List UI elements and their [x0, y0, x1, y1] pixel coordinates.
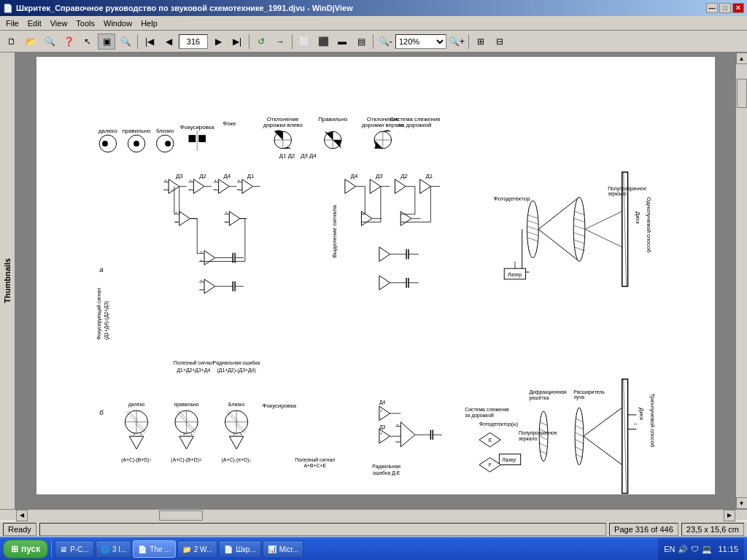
toolbar-options2[interactable]: ⊟: [491, 34, 508, 50]
toolbar-open[interactable]: 📂: [22, 34, 39, 50]
svg-text:+: +: [183, 432, 186, 436]
svg-text:+: +: [200, 249, 203, 254]
status-page-info: Page 316 of 446: [609, 523, 678, 536]
maximize-button[interactable]: □: [719, 3, 731, 13]
tray-shield-icon[interactable]: 🛡: [691, 545, 699, 553]
toolbar-fit-height[interactable]: ▬: [333, 34, 351, 50]
horizontal-scrollbar[interactable]: ◀ ▶: [16, 510, 735, 521]
scroll-right-button[interactable]: ▶: [724, 510, 735, 521]
vertical-scrollbar[interactable]: ▲ ▼: [735, 52, 747, 509]
toolbar-next[interactable]: ▶: [209, 34, 227, 50]
menu-window[interactable]: Window: [99, 18, 136, 29]
toolbar-last[interactable]: ▶|: [228, 34, 246, 50]
task-windows[interactable]: 📁 2 W...: [177, 540, 218, 558]
scroll-track[interactable]: [736, 64, 748, 497]
task-pc[interactable]: 🖥 P-C...: [55, 540, 94, 558]
page-input[interactable]: 316: [179, 34, 208, 49]
horizontal-scrollbar-container: ◀ ▶: [0, 509, 747, 521]
task-internet[interactable]: 🌐 3 I...: [96, 540, 131, 558]
titlebar-controls: — □ ✕: [706, 3, 744, 13]
thumbnail-panel[interactable]: Thumbnails: [0, 52, 16, 509]
svg-text:Фокусировка: Фокусировка: [180, 124, 214, 131]
menu-file[interactable]: File: [1, 18, 23, 29]
svg-marker-36: [169, 179, 179, 194]
separator-2: [249, 34, 249, 49]
scroll-down-button[interactable]: ▼: [736, 497, 748, 509]
svg-text:Диск: Диск: [638, 408, 645, 421]
hscroll-track[interactable]: [28, 510, 724, 521]
svg-text:Д2: Д2: [199, 173, 206, 179]
svg-point-7: [133, 141, 139, 147]
task-label-windows: 2 W...: [194, 545, 213, 553]
hscroll-thumb[interactable]: [159, 510, 203, 521]
menu-view[interactable]: View: [46, 18, 72, 29]
task-icon-shkr: 📄: [224, 545, 233, 553]
toolbar-prev[interactable]: ◀: [160, 34, 177, 50]
toolbar-zoom-in[interactable]: 🔍+: [448, 34, 465, 50]
svg-text:Лазер: Лазер: [508, 272, 522, 278]
svg-marker-50: [219, 179, 230, 194]
toolbar-help[interactable]: ❓: [60, 34, 77, 50]
svg-text:-: -: [164, 187, 166, 192]
close-button[interactable]: ✕: [732, 3, 744, 13]
svg-text:Д2: Д2: [400, 173, 408, 179]
menubar: File Edit View Tools Window Help: [0, 16, 747, 31]
minimize-button[interactable]: —: [706, 3, 718, 13]
svg-marker-63: [179, 211, 190, 226]
svg-text:Трехлучевой способ: Трехлучевой способ: [649, 394, 656, 448]
toolbar-first[interactable]: |◀: [141, 34, 158, 50]
svg-text:Д1 Д2: Д1 Д2: [279, 152, 295, 159]
tray-clock: 11:15: [718, 545, 738, 553]
scroll-up-button[interactable]: ▲: [736, 52, 748, 64]
toolbar-find[interactable]: 🔍: [41, 34, 58, 50]
toolbar-new[interactable]: 🗋: [3, 34, 20, 50]
svg-text:Фокусирующий сигнал: Фокусирующий сигнал: [96, 288, 102, 340]
menu-edit[interactable]: Edit: [23, 18, 46, 29]
svg-text:далеко: далеко: [128, 402, 145, 408]
svg-text:+: +: [238, 178, 241, 182]
toolbar-magnify[interactable]: 🔍: [117, 34, 134, 50]
svg-text:А+В+С+Е: А+В+С+Е: [303, 463, 326, 468]
document-area[interactable]: оптических системах [17.8] Рис. 17.3.3. …: [16, 52, 735, 509]
svg-text:Система слежения: Система слежения: [465, 407, 509, 412]
task-shkr[interactable]: 📄 Шкр...: [219, 540, 260, 558]
svg-text:правильно: правильно: [123, 128, 151, 134]
tray-volume-icon[interactable]: 🔊: [678, 545, 688, 554]
svg-text:+: +: [200, 278, 203, 282]
toolbar-refresh[interactable]: ↺: [252, 34, 270, 50]
toolbar-fit-width[interactable]: ⬛: [314, 34, 332, 50]
toolbar-forward[interactable]: →: [271, 34, 289, 50]
app-icon: 📄: [3, 4, 13, 13]
task-windjview[interactable]: 📄 The ...: [133, 540, 175, 558]
thumbnail-label: Thumbnails: [3, 258, 12, 303]
toolbar-fit-page[interactable]: ⬜: [295, 34, 313, 50]
svg-text:(Д1+Д2)-(Д3+Д4): (Д1+Д2)-(Д3+Д4): [217, 368, 256, 373]
toolbar-zoom-out[interactable]: 🔍-: [376, 34, 394, 50]
svg-text:а: а: [99, 265, 104, 273]
start-button[interactable]: ⊞ пуск: [3, 540, 48, 559]
svg-marker-253: [379, 247, 390, 262]
tray-network-icon[interactable]: 💻: [702, 545, 712, 554]
menu-help[interactable]: Help: [136, 18, 162, 29]
toolbar-cursor[interactable]: ↖: [79, 34, 96, 50]
svg-text:Д1+Д2+Д3+Д4: Д1+Д2+Д3+Д4: [177, 368, 210, 373]
task-micr[interactable]: 📊 Micr...: [263, 540, 304, 558]
scroll-left-button[interactable]: ◀: [16, 510, 28, 521]
svg-text:+: +: [140, 432, 143, 436]
svg-text:Фотодетектор(ы): Фотодетектор(ы): [479, 421, 518, 427]
svg-text:+: +: [225, 210, 228, 214]
svg-text:+: +: [189, 178, 192, 182]
toolbar-select[interactable]: ▣: [98, 34, 115, 50]
svg-text:-: -: [200, 287, 201, 292]
svg-text:Д4: Д4: [379, 400, 386, 405]
svg-text:+: +: [175, 219, 178, 224]
zoom-select[interactable]: 50%75%100% 120%150%200%: [395, 34, 446, 49]
svg-text:Д3 Д4: Д3 Д4: [301, 152, 317, 159]
svg-text:Система слежения: Система слежения: [390, 116, 440, 122]
scroll-thumb[interactable]: [737, 79, 747, 108]
toolbar-view-mode[interactable]: ▤: [352, 34, 370, 50]
toolbar-options1[interactable]: ⊞: [472, 34, 489, 50]
menu-tools[interactable]: Tools: [71, 18, 99, 29]
svg-text:за дорожкой: за дорожкой: [465, 413, 494, 419]
task-label-ie: 3 I...: [112, 545, 126, 553]
